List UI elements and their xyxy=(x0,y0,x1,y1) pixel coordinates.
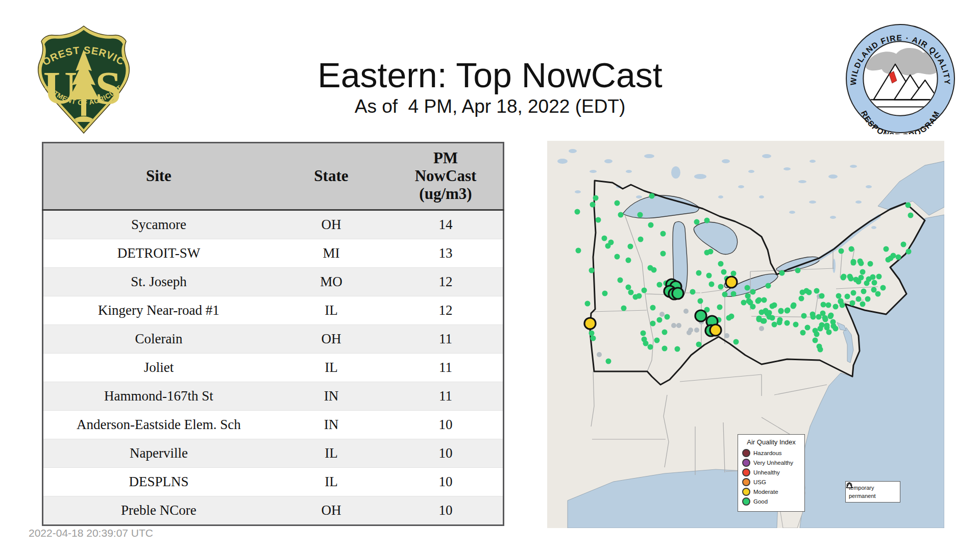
aqi-legend: Air Quality Index HazardousVery Unhealth… xyxy=(738,434,805,512)
good-station-dot xyxy=(785,308,790,314)
permanent-label: permanent xyxy=(849,493,876,499)
top-site-marker-moderate xyxy=(710,324,721,336)
value-cell: 13 xyxy=(388,239,503,268)
good-station-dot xyxy=(860,302,866,307)
good-station-dot xyxy=(650,321,656,327)
good-station-dot xyxy=(660,251,666,257)
good-station-dot xyxy=(718,261,724,267)
good-station-dot xyxy=(772,322,777,328)
good-station-dot xyxy=(778,308,784,314)
good-station-dot xyxy=(800,290,805,295)
good-station-dot xyxy=(905,203,911,208)
good-station-dot xyxy=(626,285,631,290)
good-station-dot xyxy=(708,249,714,255)
good-station-dot xyxy=(591,336,596,341)
aqi-legend-items: HazardousVery UnhealthyUnhealthyUSGModer… xyxy=(742,449,800,506)
good-station-dot xyxy=(642,288,647,293)
good-station-dot xyxy=(851,259,856,265)
good-station-dot xyxy=(833,304,839,310)
good-station-dot xyxy=(762,297,767,303)
good-station-dot xyxy=(851,290,856,296)
table-header-row: Site State PM NowCast (ug/m3) xyxy=(43,143,504,210)
good-station-dot xyxy=(628,290,634,295)
site-cell: Naperville xyxy=(43,439,274,468)
table-row: DETROIT-SWMI13 xyxy=(43,239,504,268)
good-station-dot xyxy=(857,259,863,264)
good-station-dot xyxy=(690,289,696,295)
good-station-dot xyxy=(848,276,854,282)
inactive-station-dot xyxy=(676,323,681,328)
aqi-legend-label: Hazardous xyxy=(753,450,782,456)
aqi-legend-label: Very Unhealthy xyxy=(753,460,793,466)
good-station-dot xyxy=(826,330,832,335)
aqi-legend-item: Good xyxy=(742,497,800,506)
wfaqrp-logo: WILDLAND FIRE · AIR QUALITY RESPONSE PRO… xyxy=(845,23,956,134)
inactive-station-dot xyxy=(694,328,699,333)
state-cell: IL xyxy=(274,354,388,382)
good-station-dot xyxy=(820,311,826,316)
good-station-dot xyxy=(872,280,877,286)
aqi-color-swatch xyxy=(742,468,750,477)
forest-service-shield-icon: FOREST SERVICE DEPARTMENT OF AGRICULTURE… xyxy=(33,23,135,136)
good-station-dot xyxy=(805,325,811,331)
good-station-dot xyxy=(838,299,844,305)
good-station-dot xyxy=(750,304,756,310)
good-station-dot xyxy=(590,202,596,208)
aqi-legend-title: Air Quality Index xyxy=(742,438,800,446)
good-station-dot xyxy=(860,269,866,275)
good-station-dot xyxy=(615,201,620,206)
good-station-dot xyxy=(741,300,747,306)
good-station-dot xyxy=(821,302,826,308)
good-station-dot xyxy=(745,293,751,299)
good-station-dot xyxy=(606,359,611,364)
aqi-legend-label: USG xyxy=(753,479,766,485)
state-cell: IN xyxy=(274,411,388,439)
good-station-dot xyxy=(717,305,723,310)
wfaqrp-seal-icon: WILDLAND FIRE · AIR QUALITY RESPONSE PRO… xyxy=(845,23,956,134)
site-cell: Hammond-167th St xyxy=(43,382,274,411)
good-station-dot xyxy=(865,296,871,302)
aqi-legend-item: USG xyxy=(742,478,800,486)
good-station-dot xyxy=(801,313,807,319)
good-station-dot xyxy=(896,255,901,260)
value-cell: 12 xyxy=(388,296,503,325)
state-cell: IL xyxy=(274,439,388,468)
good-station-dot xyxy=(793,322,799,328)
good-station-dot xyxy=(694,219,700,225)
aqi-legend-item: Moderate xyxy=(742,488,800,496)
good-station-dot xyxy=(709,282,715,287)
good-station-dot xyxy=(650,305,656,311)
site-cell: St. Joseph xyxy=(43,268,274,296)
inactive-station-dot xyxy=(671,323,676,328)
inactive-station-dot xyxy=(759,326,764,331)
aqi-color-swatch xyxy=(742,488,750,496)
good-station-dot xyxy=(621,306,627,311)
site-cell: Sycamore xyxy=(43,210,274,239)
table-row: Preble NCoreOH10 xyxy=(43,496,504,525)
good-station-dot xyxy=(698,298,703,304)
good-station-dot xyxy=(826,303,831,308)
state-cell: MI xyxy=(274,239,388,268)
good-station-dot xyxy=(833,326,839,332)
value-cell: 12 xyxy=(388,268,503,296)
good-station-dot xyxy=(675,346,680,352)
good-station-dot xyxy=(618,278,623,283)
page-subtitle: As of 4 PM, Apr 18, 2022 (EDT) xyxy=(0,96,980,117)
good-station-dot xyxy=(657,282,663,288)
good-station-dot xyxy=(868,261,873,267)
good-station-dot xyxy=(589,331,595,336)
good-station-dot xyxy=(665,314,670,320)
column-header-site: Site xyxy=(43,143,274,210)
good-station-dot xyxy=(813,328,818,334)
aqi-legend-label: Unhealthy xyxy=(753,469,780,475)
inactive-station-dot xyxy=(687,330,692,335)
column-header-state: State xyxy=(274,143,388,210)
table-row: JolietIL11 xyxy=(43,354,504,382)
good-station-dot xyxy=(654,338,660,343)
good-station-dot xyxy=(643,341,649,346)
state-cell: IN xyxy=(274,382,388,411)
good-station-dot xyxy=(859,275,864,281)
site-cell: DESPLNS xyxy=(43,468,274,496)
good-station-dot xyxy=(638,237,644,242)
good-station-dot xyxy=(871,287,877,293)
